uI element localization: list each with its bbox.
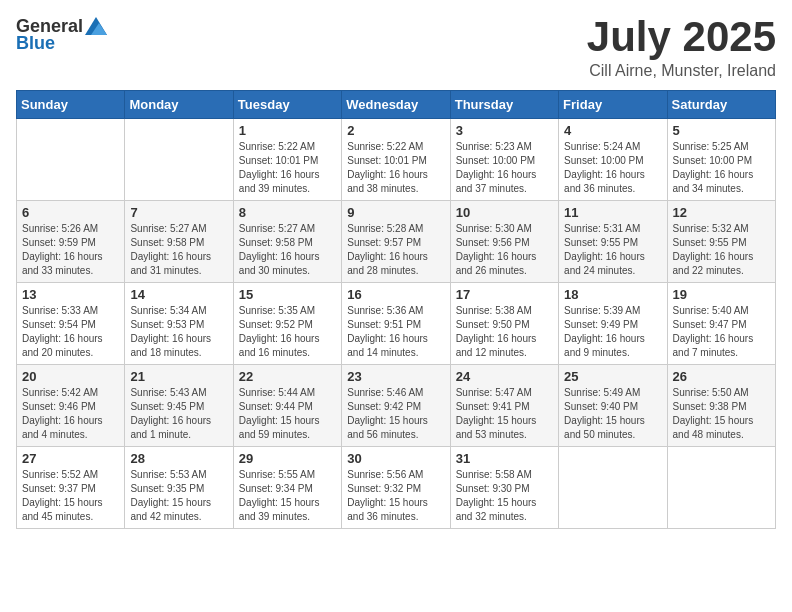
day-info: Sunrise: 5:50 AM Sunset: 9:38 PM Dayligh… [673,386,770,442]
calendar-cell: 3Sunrise: 5:23 AM Sunset: 10:00 PM Dayli… [450,119,558,201]
title-area: July 2025 Cill Airne, Munster, Ireland [587,16,776,80]
calendar-cell: 30Sunrise: 5:56 AM Sunset: 9:32 PM Dayli… [342,447,450,529]
day-number: 10 [456,205,553,220]
day-info: Sunrise: 5:56 AM Sunset: 9:32 PM Dayligh… [347,468,444,524]
calendar-cell [125,119,233,201]
calendar-cell: 25Sunrise: 5:49 AM Sunset: 9:40 PM Dayli… [559,365,667,447]
calendar-cell: 14Sunrise: 5:34 AM Sunset: 9:53 PM Dayli… [125,283,233,365]
calendar-cell: 26Sunrise: 5:50 AM Sunset: 9:38 PM Dayli… [667,365,775,447]
day-info: Sunrise: 5:23 AM Sunset: 10:00 PM Daylig… [456,140,553,196]
day-info: Sunrise: 5:43 AM Sunset: 9:45 PM Dayligh… [130,386,227,442]
day-info: Sunrise: 5:24 AM Sunset: 10:00 PM Daylig… [564,140,661,196]
day-info: Sunrise: 5:47 AM Sunset: 9:41 PM Dayligh… [456,386,553,442]
day-number: 5 [673,123,770,138]
calendar-cell: 23Sunrise: 5:46 AM Sunset: 9:42 PM Dayli… [342,365,450,447]
weekday-header-row: SundayMondayTuesdayWednesdayThursdayFrid… [17,91,776,119]
day-number: 1 [239,123,336,138]
weekday-header-thursday: Thursday [450,91,558,119]
day-number: 21 [130,369,227,384]
calendar-cell: 19Sunrise: 5:40 AM Sunset: 9:47 PM Dayli… [667,283,775,365]
calendar-cell: 5Sunrise: 5:25 AM Sunset: 10:00 PM Dayli… [667,119,775,201]
day-info: Sunrise: 5:42 AM Sunset: 9:46 PM Dayligh… [22,386,119,442]
calendar-cell: 6Sunrise: 5:26 AM Sunset: 9:59 PM Daylig… [17,201,125,283]
calendar-cell: 24Sunrise: 5:47 AM Sunset: 9:41 PM Dayli… [450,365,558,447]
week-row-3: 13Sunrise: 5:33 AM Sunset: 9:54 PM Dayli… [17,283,776,365]
day-number: 9 [347,205,444,220]
day-number: 25 [564,369,661,384]
logo: General Blue [16,16,107,54]
day-number: 19 [673,287,770,302]
calendar-cell: 9Sunrise: 5:28 AM Sunset: 9:57 PM Daylig… [342,201,450,283]
calendar-cell [17,119,125,201]
day-info: Sunrise: 5:26 AM Sunset: 9:59 PM Dayligh… [22,222,119,278]
day-number: 22 [239,369,336,384]
day-info: Sunrise: 5:52 AM Sunset: 9:37 PM Dayligh… [22,468,119,524]
day-info: Sunrise: 5:22 AM Sunset: 10:01 PM Daylig… [347,140,444,196]
calendar-cell: 7Sunrise: 5:27 AM Sunset: 9:58 PM Daylig… [125,201,233,283]
calendar-cell: 10Sunrise: 5:30 AM Sunset: 9:56 PM Dayli… [450,201,558,283]
day-number: 29 [239,451,336,466]
logo-blue-text: Blue [16,33,55,54]
day-number: 17 [456,287,553,302]
calendar-cell: 4Sunrise: 5:24 AM Sunset: 10:00 PM Dayli… [559,119,667,201]
weekday-header-saturday: Saturday [667,91,775,119]
calendar-cell: 22Sunrise: 5:44 AM Sunset: 9:44 PM Dayli… [233,365,341,447]
day-info: Sunrise: 5:34 AM Sunset: 9:53 PM Dayligh… [130,304,227,360]
day-number: 12 [673,205,770,220]
calendar-cell: 29Sunrise: 5:55 AM Sunset: 9:34 PM Dayli… [233,447,341,529]
day-number: 23 [347,369,444,384]
day-info: Sunrise: 5:53 AM Sunset: 9:35 PM Dayligh… [130,468,227,524]
day-number: 4 [564,123,661,138]
day-number: 14 [130,287,227,302]
day-info: Sunrise: 5:28 AM Sunset: 9:57 PM Dayligh… [347,222,444,278]
weekday-header-wednesday: Wednesday [342,91,450,119]
calendar-cell: 13Sunrise: 5:33 AM Sunset: 9:54 PM Dayli… [17,283,125,365]
day-info: Sunrise: 5:35 AM Sunset: 9:52 PM Dayligh… [239,304,336,360]
weekday-header-sunday: Sunday [17,91,125,119]
day-info: Sunrise: 5:58 AM Sunset: 9:30 PM Dayligh… [456,468,553,524]
calendar-cell: 27Sunrise: 5:52 AM Sunset: 9:37 PM Dayli… [17,447,125,529]
day-number: 3 [456,123,553,138]
day-number: 20 [22,369,119,384]
day-number: 11 [564,205,661,220]
calendar-cell: 1Sunrise: 5:22 AM Sunset: 10:01 PM Dayli… [233,119,341,201]
day-info: Sunrise: 5:33 AM Sunset: 9:54 PM Dayligh… [22,304,119,360]
calendar-cell: 16Sunrise: 5:36 AM Sunset: 9:51 PM Dayli… [342,283,450,365]
month-title: July 2025 [587,16,776,58]
weekday-header-friday: Friday [559,91,667,119]
day-number: 13 [22,287,119,302]
day-number: 2 [347,123,444,138]
calendar-cell [667,447,775,529]
day-number: 27 [22,451,119,466]
logo-icon [85,17,107,35]
day-info: Sunrise: 5:39 AM Sunset: 9:49 PM Dayligh… [564,304,661,360]
day-number: 15 [239,287,336,302]
weekday-header-tuesday: Tuesday [233,91,341,119]
day-info: Sunrise: 5:38 AM Sunset: 9:50 PM Dayligh… [456,304,553,360]
day-number: 16 [347,287,444,302]
day-info: Sunrise: 5:25 AM Sunset: 10:00 PM Daylig… [673,140,770,196]
location-subtitle: Cill Airne, Munster, Ireland [587,62,776,80]
day-info: Sunrise: 5:46 AM Sunset: 9:42 PM Dayligh… [347,386,444,442]
day-number: 6 [22,205,119,220]
weekday-header-monday: Monday [125,91,233,119]
day-info: Sunrise: 5:55 AM Sunset: 9:34 PM Dayligh… [239,468,336,524]
calendar-cell: 15Sunrise: 5:35 AM Sunset: 9:52 PM Dayli… [233,283,341,365]
calendar-cell: 17Sunrise: 5:38 AM Sunset: 9:50 PM Dayli… [450,283,558,365]
day-number: 26 [673,369,770,384]
day-number: 28 [130,451,227,466]
week-row-1: 1Sunrise: 5:22 AM Sunset: 10:01 PM Dayli… [17,119,776,201]
day-number: 24 [456,369,553,384]
week-row-4: 20Sunrise: 5:42 AM Sunset: 9:46 PM Dayli… [17,365,776,447]
calendar-cell [559,447,667,529]
day-number: 18 [564,287,661,302]
day-info: Sunrise: 5:49 AM Sunset: 9:40 PM Dayligh… [564,386,661,442]
day-info: Sunrise: 5:31 AM Sunset: 9:55 PM Dayligh… [564,222,661,278]
calendar-cell: 12Sunrise: 5:32 AM Sunset: 9:55 PM Dayli… [667,201,775,283]
day-info: Sunrise: 5:36 AM Sunset: 9:51 PM Dayligh… [347,304,444,360]
day-info: Sunrise: 5:44 AM Sunset: 9:44 PM Dayligh… [239,386,336,442]
calendar-cell: 31Sunrise: 5:58 AM Sunset: 9:30 PM Dayli… [450,447,558,529]
day-number: 30 [347,451,444,466]
calendar-cell: 21Sunrise: 5:43 AM Sunset: 9:45 PM Dayli… [125,365,233,447]
day-info: Sunrise: 5:22 AM Sunset: 10:01 PM Daylig… [239,140,336,196]
